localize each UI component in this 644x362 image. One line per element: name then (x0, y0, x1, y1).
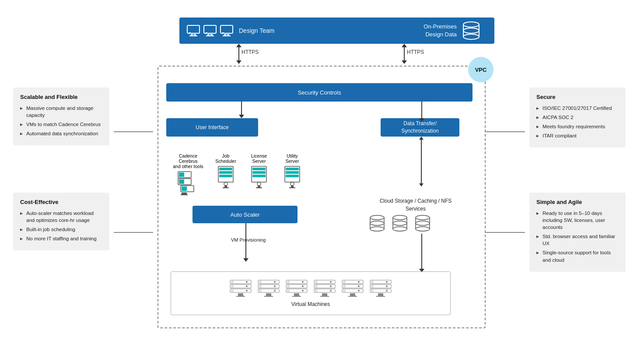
svg-rect-6 (204, 25, 216, 33)
scalable-title: Scalable and Flexible (20, 94, 102, 100)
secure-item-1: ISO/IEC 27001/27017 Certified (536, 105, 619, 112)
svg-point-97 (302, 290, 304, 292)
svg-point-113 (358, 281, 360, 283)
https-left-label: HTTPS (242, 49, 259, 55)
svg-rect-99 (292, 296, 301, 297)
svg-rect-115 (343, 285, 346, 288)
https-right-label: HTTPS (407, 49, 424, 55)
svg-rect-74 (231, 289, 234, 292)
svg-point-63 (416, 221, 430, 225)
svg-rect-24 (179, 172, 184, 177)
svg-point-124 (386, 281, 388, 283)
svg-point-53 (370, 221, 384, 225)
monitor-icon-2 (203, 25, 217, 37)
cost-list: Auto-scaler matches workload and optimiz… (20, 210, 102, 242)
svg-rect-71 (231, 285, 234, 288)
vm-prov-text: VM Provisioning (231, 237, 266, 243)
svg-point-72 (246, 285, 248, 287)
design-team-label: Design Team (239, 27, 274, 34)
svg-rect-79 (259, 281, 262, 283)
svg-point-59 (393, 227, 407, 231)
tool-job-scheduler: JobScheduler (213, 153, 239, 190)
svg-point-83 (274, 285, 276, 287)
agile-item-1: Ready to use in 5–10 days including SW, … (536, 210, 619, 231)
left-connector-bottom (114, 232, 153, 233)
svg-rect-118 (343, 289, 346, 292)
ui-box: User Interface (166, 118, 258, 137)
svg-rect-51 (289, 187, 295, 188)
secure-panel: Secure ISO/IEC 27001/27017 Certified AIC… (529, 88, 626, 148)
tool-utility-label: UtilityServer (286, 153, 299, 164)
scalable-list: Massive compute and storage capacity VMs… (20, 105, 102, 137)
secure-item-2: AICPA SOC 2 (536, 114, 619, 121)
svg-point-18 (463, 22, 479, 27)
svg-rect-5 (190, 33, 191, 34)
job-icon (217, 165, 234, 190)
svg-rect-0 (187, 25, 200, 33)
tool-utility-server: UtilityServer (279, 153, 305, 190)
db-cloud-1 (368, 214, 387, 232)
svg-point-102 (330, 281, 332, 283)
svg-point-62 (416, 215, 430, 220)
vm-server-3 (285, 279, 308, 299)
scalable-item-3: Automated data synchronization (20, 130, 102, 137)
svg-rect-40 (252, 171, 266, 174)
utility-icon (284, 165, 301, 190)
svg-rect-33 (219, 171, 232, 174)
svg-rect-104 (315, 285, 318, 288)
vm-prov-label: VM Provisioning (231, 236, 266, 244)
agile-title: Simple and Agile (536, 199, 619, 205)
cloud-down-arrow (419, 234, 424, 272)
svg-point-57 (393, 215, 407, 220)
svg-rect-12 (220, 25, 233, 33)
svg-point-20 (463, 34, 479, 39)
cerebrus-icon (177, 171, 199, 197)
svg-rect-34 (219, 175, 232, 177)
svg-point-9 (210, 35, 211, 36)
tools-row: Cadence Cerebrusand other tools JobSched… (171, 153, 305, 197)
svg-rect-131 (378, 293, 383, 296)
tool-cerebrus-label: Cadence Cerebrusand other tools (171, 153, 206, 169)
svg-point-105 (330, 285, 332, 287)
vm-server-1 (229, 279, 252, 299)
svg-rect-43 (258, 186, 260, 187)
svg-rect-112 (343, 281, 346, 283)
tool-license-server: LicenseServer (246, 153, 272, 190)
left-connector-top (114, 131, 153, 132)
svg-rect-98 (294, 293, 299, 296)
agile-item-3: Single-source support for tools and clou… (536, 249, 619, 263)
svg-point-19 (463, 28, 479, 33)
agile-list: Ready to use in 5–10 days including SW, … (536, 210, 619, 264)
dt-label: Data Transfer/Synchronization (401, 120, 438, 135)
svg-point-75 (246, 290, 248, 292)
onprem-label: On-PremisesDesign Data (424, 23, 457, 39)
svg-rect-82 (259, 285, 262, 288)
svg-point-35 (224, 182, 228, 186)
svg-rect-87 (266, 293, 271, 296)
autoscaler-box: Auto Scaler (192, 206, 298, 223)
svg-point-116 (358, 285, 360, 287)
monitor-icon-1 (186, 25, 200, 37)
svg-rect-90 (287, 281, 290, 283)
vm-server-4 (313, 279, 336, 299)
cost-item-1: Auto-scaler matches workload and optimiz… (20, 210, 102, 224)
svg-rect-46 (286, 168, 299, 170)
vm-server-2 (257, 279, 280, 299)
arrow-security-dt (419, 102, 424, 122)
design-team-group: Design Team (186, 25, 274, 37)
svg-rect-47 (286, 171, 299, 174)
svg-rect-126 (371, 285, 374, 288)
svg-point-52 (370, 215, 384, 220)
vm-server-5 (341, 279, 364, 299)
svg-point-94 (302, 285, 304, 287)
svg-point-15 (226, 35, 228, 36)
https-right-arrow (402, 44, 407, 64)
svg-rect-11 (206, 33, 207, 34)
svg-rect-37 (223, 187, 229, 188)
svg-rect-132 (376, 296, 385, 297)
svg-point-108 (330, 290, 332, 292)
right-connector-bottom (486, 232, 525, 233)
svg-rect-93 (287, 285, 290, 288)
svg-rect-17 (223, 33, 224, 34)
cost-title: Cost-Effective (20, 199, 102, 205)
